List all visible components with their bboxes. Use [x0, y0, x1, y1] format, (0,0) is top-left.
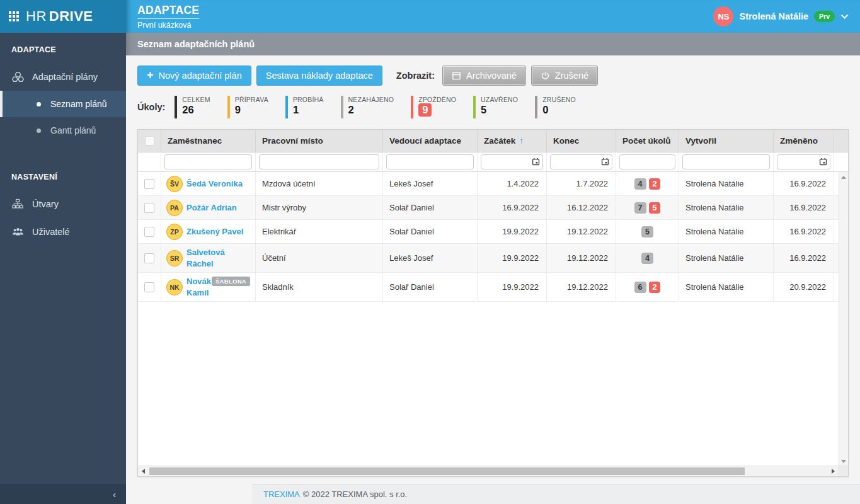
employee-name-link[interactable]: Zkušený Pavel: [186, 226, 243, 238]
task-counter-label: CELKEM: [182, 96, 210, 103]
table-body: ŠVŠedá VeronikaMzdová účetníLekeš Josef1…: [138, 172, 848, 467]
task-counter-label: ZRUŠENO: [542, 96, 576, 103]
cell-text: 19.12.2022: [567, 282, 608, 292]
tasks-total-badge: 5: [641, 226, 653, 238]
new-plan-button[interactable]: + Nový adaptační plán: [137, 66, 251, 86]
row-checkbox[interactable]: [144, 179, 154, 189]
filter-cell-end: [547, 152, 616, 171]
table-row[interactable]: PAPožár AdrianMistr výrobySolař Daniel16…: [138, 196, 848, 220]
cancelled-toggle-button[interactable]: Zrušené: [531, 66, 598, 86]
sidebar-item-gantt-planu[interactable]: Gantt plánů: [0, 117, 126, 144]
filter-input-name[interactable]: [164, 154, 252, 169]
sidebar-item-uzivatele[interactable]: Uživatelé: [0, 218, 126, 246]
calendar-picker-button[interactable]: [601, 158, 609, 166]
apps-grid-icon[interactable]: [9, 11, 19, 21]
row-checkbox[interactable]: [144, 203, 154, 213]
user-avatar[interactable]: NS: [713, 6, 733, 26]
column-header-label[interactable]: Vytvořil: [685, 136, 716, 146]
task-counter-value: 9: [235, 103, 268, 117]
scroll-left-arrow[interactable]: [138, 469, 148, 474]
column-header-label[interactable]: Vedoucí adaptace: [389, 136, 461, 146]
employee-name-box: Salvetová Ráchel: [186, 247, 250, 269]
sidebar-item-utvary[interactable]: Útvary: [0, 190, 126, 218]
column-header-label[interactable]: Zaměstnanec: [168, 136, 222, 146]
column-header-start: Začátek↑: [478, 130, 547, 152]
table-row[interactable]: ŠVŠedá VeronikaMzdová účetníLekeš Josef1…: [138, 172, 848, 196]
archived-toggle-button[interactable]: Archivované: [442, 66, 526, 86]
row-avatar: NK: [166, 279, 183, 295]
sidebar-item-label: Uživatelé: [32, 227, 70, 237]
bullet-icon: [37, 102, 41, 106]
show-label: Zobrazit:: [396, 71, 435, 81]
cell-text: 19.12.2022: [567, 227, 608, 236]
cost-report-button[interactable]: Sestava náklady adaptace: [256, 66, 382, 86]
column-header-label[interactable]: Konec: [553, 136, 579, 146]
row-checkbox[interactable]: [144, 282, 154, 292]
row-select-cell: [138, 244, 161, 272]
task-counter-value: 2: [348, 103, 394, 117]
user-menu[interactable]: NS Strolená Natálie Prv: [713, 6, 849, 26]
row-checkbox[interactable]: [144, 253, 154, 263]
cell-end: 19.12.2022: [547, 220, 616, 243]
task-counter: PROBÍHÁ1: [285, 96, 324, 118]
employee-name-link[interactable]: Požár Adrian: [186, 202, 237, 214]
table-row[interactable]: SRSalvetová RáchelÚčetníLekeš Josef19.9.…: [138, 244, 848, 273]
column-header-label[interactable]: Pracovní místo: [262, 136, 323, 146]
table-row[interactable]: ZPZkušený PavelElektrikářSolař Daniel19.…: [138, 220, 848, 244]
scroll-right-arrow[interactable]: [828, 469, 838, 474]
filter-input-position[interactable]: [259, 154, 379, 169]
cell-text: Skladník: [262, 282, 294, 292]
cell-changed: 16.9.2022: [774, 172, 834, 195]
filter-cell-empty: [138, 152, 161, 171]
table-row[interactable]: NKNovák KamilŠABLONASkladníkSolař Daniel…: [138, 273, 848, 302]
task-counter: CELKEM26: [175, 96, 210, 118]
sidebar-collapse-button[interactable]: ‹: [0, 484, 126, 504]
select-all-checkbox[interactable]: [145, 136, 154, 146]
filter-cell-created_by: [679, 152, 774, 171]
cell-end: 19.12.2022: [547, 273, 616, 301]
employee-name-link[interactable]: Šedá Veronika: [186, 178, 243, 190]
app-footer: TREXIMA © 2022 TREXIMA spol. s r.o.: [252, 484, 860, 504]
column-header-label[interactable]: Začátek: [484, 136, 515, 146]
calendar-picker-button[interactable]: [532, 158, 540, 166]
filter-input-tasks[interactable]: [619, 154, 675, 169]
cell-tasks: 5: [616, 220, 679, 243]
cell-position: Skladník: [256, 273, 383, 301]
cell-text: Lekeš Josef: [389, 179, 433, 188]
row-avatar: ZP: [166, 224, 183, 240]
scroll-up-arrow[interactable]: [841, 176, 846, 179]
app-logo[interactable]: HRDRIVE: [0, 0, 126, 33]
employee-name-link[interactable]: Salvetová Ráchel: [186, 247, 250, 269]
cell-name: ŠVŠedá Veronika: [161, 172, 256, 195]
vertical-scrollbar[interactable]: [839, 172, 848, 467]
horizontal-scrollbar[interactable]: [138, 466, 848, 476]
horizontal-scroll-thumb[interactable]: [149, 467, 745, 475]
column-header-label[interactable]: Počet úkolů: [622, 136, 671, 146]
orgchart-icon: [11, 198, 24, 210]
employee-name-box: Zkušený Pavel: [186, 226, 243, 238]
cell-text: 19.9.2022: [502, 227, 539, 236]
column-header-label[interactable]: Změněno: [780, 136, 818, 146]
chevron-left-icon: ‹: [113, 489, 116, 500]
horizontal-scroll-track[interactable]: [148, 466, 828, 476]
calendar-picker-button[interactable]: [819, 158, 827, 166]
row-checkbox[interactable]: [144, 227, 154, 237]
cell-text: Mistr výroby: [262, 203, 306, 212]
page-subtitle: První ukázková: [137, 21, 199, 30]
employee-name-link[interactable]: Novák Kamil: [186, 276, 209, 298]
scroll-down-arrow[interactable]: [841, 460, 846, 463]
trexima-link[interactable]: TREXIMA: [263, 490, 300, 499]
filter-input-created_by[interactable]: [682, 154, 770, 169]
sidebar-item-seznam-planu[interactable]: Seznam plánů: [0, 91, 126, 117]
main-area: ADAPTACE První ukázková NS Strolená Natá…: [126, 0, 860, 504]
sidebar-item-adaptacni-plany[interactable]: Adaptační plány: [0, 63, 126, 91]
chevron-down-icon[interactable]: [840, 14, 849, 20]
calendar-icon: [532, 158, 540, 166]
filter-input-leader[interactable]: [386, 154, 474, 169]
filter-cell-leader: [383, 152, 478, 171]
section-toolbar: Seznam adaptačních plánů: [126, 33, 860, 55]
tasks-overdue-badge: 5: [649, 202, 661, 214]
content: + Nový adaptační plán Sestava náklady ad…: [126, 55, 860, 477]
page-title: ADAPTACE: [137, 4, 199, 19]
archive-icon: [452, 71, 461, 81]
